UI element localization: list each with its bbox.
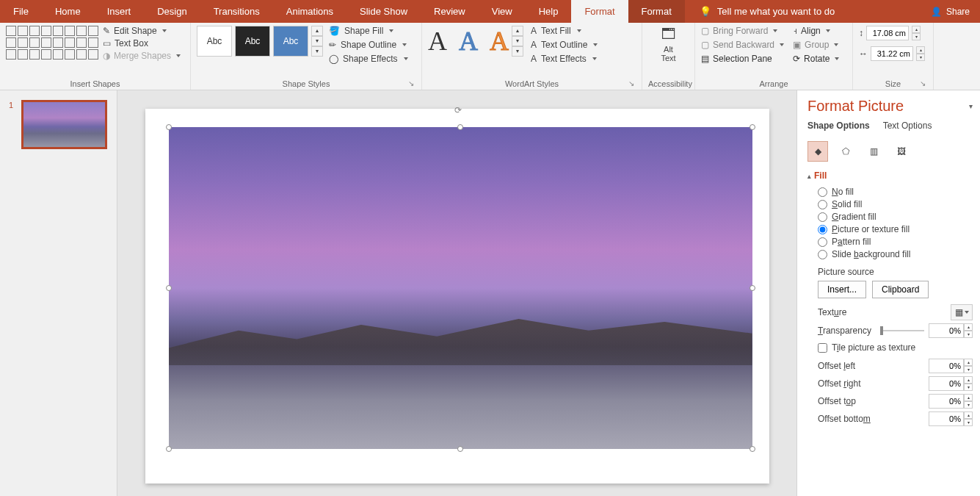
wa-down-icon[interactable]: ▾ <box>512 36 523 46</box>
ot-up[interactable]: ▴ <box>964 394 973 401</box>
tab-design[interactable]: Design <box>144 0 200 23</box>
resize-handle-ne[interactable] <box>749 124 755 130</box>
ob-up[interactable]: ▴ <box>964 411 973 419</box>
shape-effects-button[interactable]: ◯ Shape Effects <box>329 54 408 64</box>
ob-dn[interactable]: ▾ <box>964 419 973 426</box>
tab-format-context[interactable]: Format <box>628 0 685 23</box>
merge-shapes-button[interactable]: ◑ Merge Shapes <box>103 51 181 61</box>
resize-handle-sw[interactable] <box>166 446 172 452</box>
tab-insert[interactable]: Insert <box>94 0 145 23</box>
tile-picture-checkbox[interactable]: Tile picture as texture <box>818 342 973 353</box>
slide-canvas-area[interactable]: ⟳ <box>117 90 796 496</box>
wordart-popout-icon[interactable]: ↘ <box>627 79 636 88</box>
text-outline-button[interactable]: A Text Outline <box>531 40 598 50</box>
height-down[interactable]: ▾ <box>912 33 921 40</box>
insert-picture-button[interactable]: Insert... <box>818 281 866 298</box>
fill-gradient-radio[interactable]: Gradient fill <box>818 212 973 222</box>
align-button[interactable]: ⫞ Align <box>793 26 839 36</box>
selected-picture[interactable]: ⟳ <box>169 127 752 449</box>
transparency-slider[interactable] <box>880 330 924 331</box>
resize-handle-se[interactable] <box>749 446 755 452</box>
or-up[interactable]: ▴ <box>964 376 973 384</box>
resize-handle-s[interactable] <box>457 446 463 452</box>
width-up[interactable]: ▴ <box>916 46 925 54</box>
or-dn[interactable]: ▾ <box>964 384 973 391</box>
resize-handle-e[interactable] <box>749 285 755 291</box>
height-input[interactable] <box>866 26 909 40</box>
ol-up[interactable]: ▴ <box>964 359 973 366</box>
ot-dn[interactable]: ▾ <box>964 401 973 409</box>
pane-effects-icon[interactable]: ⬠ <box>835 141 856 162</box>
tab-file[interactable]: File <box>0 0 42 23</box>
selection-pane-button[interactable]: ▤ Selection Pane <box>701 54 784 64</box>
wordart-style-1[interactable]: A <box>428 26 447 57</box>
slide-thumbnail-1[interactable] <box>22 101 106 148</box>
bring-forward-button[interactable]: ▢ Bring Forward <box>701 26 784 36</box>
gallery-more-icon[interactable]: ▾ <box>311 46 323 57</box>
wordart-style-2[interactable]: A <box>459 26 478 57</box>
offset-bottom-input[interactable] <box>929 411 964 426</box>
gallery-down-icon[interactable]: ▾ <box>311 36 323 46</box>
pane-size-props-icon[interactable]: ▥ <box>863 141 884 162</box>
slide-canvas[interactable]: ⟳ <box>145 109 769 484</box>
fill-none-radio[interactable]: No fill <box>818 187 973 197</box>
fill-pattern-radio[interactable]: Pattern fill <box>818 237 973 247</box>
text-box-button[interactable]: ▭ Text Box <box>103 38 181 48</box>
tab-view[interactable]: View <box>479 0 526 23</box>
pane-tab-shape-options[interactable]: Shape Options <box>807 121 870 134</box>
size-popout-icon[interactable]: ↘ <box>918 79 927 88</box>
wordart-gallery[interactable]: A A A <box>428 26 509 57</box>
offset-left-input[interactable] <box>929 359 964 373</box>
resize-handle-w[interactable] <box>166 285 172 291</box>
transp-down[interactable]: ▾ <box>964 331 973 338</box>
pane-picture-icon[interactable]: 🖼 <box>891 141 912 162</box>
shape-styles-popout-icon[interactable]: ↘ <box>407 79 415 88</box>
text-fill-button[interactable]: A Text Fill <box>531 26 598 36</box>
group-button[interactable]: ▣ Group <box>793 40 839 50</box>
shape-style-gallery[interactable]: Abc Abc Abc <box>197 26 308 57</box>
width-field[interactable]: ↔ ▴▾ <box>859 46 925 61</box>
rotate-handle-icon[interactable]: ⟳ <box>454 105 466 117</box>
ol-dn[interactable]: ▾ <box>964 366 973 373</box>
tab-home[interactable]: Home <box>42 0 94 23</box>
offset-right-input[interactable] <box>929 376 964 391</box>
text-effects-button[interactable]: A Text Effects <box>531 54 598 64</box>
texture-picker-button[interactable]: ▦ <box>951 304 973 320</box>
shape-outline-button[interactable]: ✏ Shape Outline <box>329 40 408 50</box>
shape-style-1[interactable]: Abc <box>197 26 232 57</box>
height-up[interactable]: ▴ <box>912 26 921 33</box>
height-field[interactable]: ↕ ▴▾ <box>859 26 925 40</box>
tab-transitions[interactable]: Transitions <box>200 0 273 23</box>
wa-up-icon[interactable]: ▴ <box>512 26 523 36</box>
transparency-input[interactable] <box>929 323 964 338</box>
shape-style-3[interactable]: Abc <box>273 26 308 57</box>
tell-me-search[interactable]: 💡 Tell me what you want to do <box>685 0 849 23</box>
tab-format[interactable]: Format <box>571 0 628 23</box>
fill-solid-radio[interactable]: Solid fill <box>818 199 973 209</box>
tab-help[interactable]: Help <box>526 0 572 23</box>
gallery-up-icon[interactable]: ▴ <box>311 26 323 36</box>
shape-gallery[interactable] <box>6 26 98 60</box>
send-backward-button[interactable]: ▢ Send Backward <box>701 40 784 50</box>
resize-handle-n[interactable] <box>457 124 463 130</box>
pane-tab-text-options[interactable]: Text Options <box>883 121 932 134</box>
pane-fill-line-icon[interactable]: ◆ <box>807 141 828 162</box>
width-input[interactable] <box>871 46 913 61</box>
rotate-button[interactable]: ⟳ Rotate <box>793 54 839 64</box>
alt-text-button[interactable]: 🗔 Alt Text <box>654 26 683 62</box>
edit-shape-button[interactable]: ✎ Edit Shape <box>103 26 181 36</box>
tab-slide-show[interactable]: Slide Show <box>346 0 421 23</box>
clipboard-button[interactable]: Clipboard <box>872 281 929 298</box>
wa-more-icon[interactable]: ▾ <box>512 46 523 57</box>
fill-slide-bg-radio[interactable]: Slide background fill <box>818 249 973 259</box>
tab-animations[interactable]: Animations <box>273 0 346 23</box>
tab-review[interactable]: Review <box>421 0 479 23</box>
fill-picture-radio[interactable]: Picture or texture fill <box>818 224 973 234</box>
shape-style-2[interactable]: Abc <box>235 26 270 57</box>
width-down[interactable]: ▾ <box>916 54 925 61</box>
wordart-style-3[interactable]: A <box>490 26 509 57</box>
offset-top-input[interactable] <box>929 394 964 409</box>
transp-up[interactable]: ▴ <box>964 323 973 331</box>
pane-menu-icon[interactable]: ▾ <box>969 102 973 110</box>
shape-fill-button[interactable]: 🪣 Shape Fill <box>329 26 408 36</box>
